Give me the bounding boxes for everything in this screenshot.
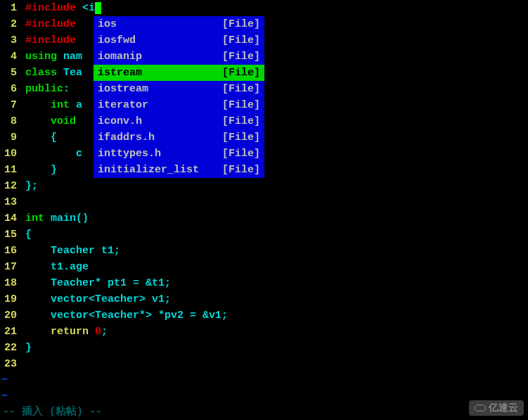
- line-number: 17: [0, 259, 20, 275]
- token-identifier: vector<Teacher*> *pv2 = &v1;: [51, 310, 228, 322]
- token-plain: [44, 212, 51, 224]
- code-content[interactable]: {: [20, 227, 32, 243]
- token-plain: [25, 293, 51, 305]
- completion-kind: [File]: [222, 129, 260, 146]
- line-number: 13: [0, 194, 20, 210]
- code-content[interactable]: }: [20, 162, 57, 178]
- line-number: 20: [0, 307, 20, 324]
- token-type: void: [51, 115, 76, 127]
- token-plain: :: [63, 83, 70, 95]
- token-plain: <i: [82, 2, 95, 14]
- code-content[interactable]: #include: [20, 16, 82, 32]
- code-line[interactable]: 17 t1.age: [0, 259, 528, 275]
- autocomplete-item[interactable]: ifaddrs.h[File]: [94, 129, 264, 146]
- token-type: int: [51, 99, 70, 111]
- cloud-icon: [475, 405, 486, 412]
- line-number: 15: [0, 227, 20, 243]
- autocomplete-popup[interactable]: ios[File]iosfwd[File]iomanip[File]istrea…: [94, 16, 264, 178]
- token-identifier: Tea: [63, 67, 82, 79]
- completion-name: iconv.h: [98, 113, 222, 129]
- code-content[interactable]: vector<Teacher*> *pv2 = &v1;: [20, 307, 228, 324]
- autocomplete-item[interactable]: iterator[File]: [94, 97, 264, 113]
- token-plain: [89, 326, 95, 338]
- line-number: 16: [0, 243, 20, 259]
- completion-name: iterator: [98, 97, 222, 113]
- code-content[interactable]: t1.age: [20, 259, 89, 275]
- code-content[interactable]: #include: [20, 32, 82, 49]
- code-content[interactable]: int a: [20, 97, 82, 113]
- token-plain: (): [76, 212, 89, 224]
- line-number: 11: [0, 162, 20, 178]
- code-content[interactable]: }: [20, 340, 32, 356]
- code-line[interactable]: 18 Teacher* pt1 = &t1;: [0, 275, 528, 291]
- token-preproc: #include: [25, 2, 82, 14]
- code-line[interactable]: 1#include <i: [0, 0, 528, 16]
- code-line[interactable]: 13: [0, 194, 528, 210]
- code-content[interactable]: vector<Teacher> v1;: [20, 291, 171, 307]
- empty-line-tilde: ~: [0, 372, 528, 388]
- line-number: 4: [0, 49, 20, 65]
- code-content[interactable]: class Tea: [20, 65, 82, 81]
- token-number: 0: [95, 326, 101, 338]
- token-plain: };: [25, 180, 38, 192]
- code-editor[interactable]: 1#include <i 2#include 3#include 4using …: [0, 0, 528, 420]
- code-content[interactable]: public:: [20, 81, 70, 97]
- completion-kind: [File]: [222, 146, 260, 162]
- line-number: 14: [0, 210, 20, 227]
- token-plain: {: [25, 132, 57, 144]
- token-preproc: #include: [25, 18, 82, 30]
- completion-name: istream: [98, 65, 222, 81]
- token-keyword: class: [25, 67, 63, 79]
- token-keyword: using: [25, 51, 63, 63]
- completion-kind: [File]: [222, 81, 260, 97]
- code-content[interactable]: [20, 194, 25, 210]
- token-plain: }: [25, 342, 32, 354]
- code-content[interactable]: void: [20, 113, 76, 129]
- code-line[interactable]: 20 vector<Teacher*> *pv2 = &v1;: [0, 307, 528, 324]
- code-line[interactable]: 19 vector<Teacher> v1;: [0, 291, 528, 307]
- token-identifier: nam: [63, 51, 82, 63]
- code-line[interactable]: 15{: [0, 227, 528, 243]
- code-line[interactable]: 23: [0, 356, 528, 372]
- token-plain: [70, 99, 76, 111]
- line-number: 3: [0, 32, 20, 49]
- line-number: 18: [0, 275, 20, 291]
- token-func: main: [51, 212, 76, 224]
- token-keyword: public: [25, 83, 63, 95]
- code-content[interactable]: Teacher t1;: [20, 243, 120, 259]
- code-line[interactable]: 16 Teacher t1;: [0, 243, 528, 259]
- code-line[interactable]: 14int main(): [0, 210, 528, 227]
- token-identifier: Teacher* pt1 = &t1;: [51, 277, 171, 289]
- token-plain: [25, 326, 51, 338]
- token-type: int: [25, 212, 44, 224]
- completion-name: iostream: [98, 81, 222, 97]
- autocomplete-item[interactable]: initializer_list[File]: [94, 162, 264, 178]
- code-content[interactable]: {: [20, 129, 57, 146]
- code-content[interactable]: };: [20, 178, 38, 194]
- code-content[interactable]: int main(): [20, 210, 89, 227]
- autocomplete-item[interactable]: inttypes.h[File]: [94, 146, 264, 162]
- code-content[interactable]: #include <i: [20, 0, 101, 16]
- code-content[interactable]: using nam: [20, 49, 82, 65]
- status-bar: -- 插入 (粘帖) --: [0, 404, 528, 420]
- autocomplete-item[interactable]: ios[File]: [94, 16, 264, 32]
- watermark-text: 亿速云: [489, 402, 518, 414]
- line-number: 5: [0, 65, 20, 81]
- autocomplete-item[interactable]: iosfwd[File]: [94, 32, 264, 49]
- code-content[interactable]: [20, 356, 25, 372]
- code-line[interactable]: 12};: [0, 178, 528, 194]
- autocomplete-item[interactable]: istream[File]: [94, 65, 264, 81]
- token-identifier: vector<Teacher> v1;: [51, 293, 171, 305]
- completion-kind: [File]: [222, 65, 260, 81]
- code-content[interactable]: return 0;: [20, 324, 108, 340]
- code-content[interactable]: Teacher* pt1 = &t1;: [20, 275, 171, 291]
- line-number: 9: [0, 129, 20, 146]
- completion-name: ifaddrs.h: [98, 129, 222, 146]
- code-line[interactable]: 22}: [0, 340, 528, 356]
- line-number: 12: [0, 178, 20, 194]
- code-line[interactable]: 21 return 0;: [0, 324, 528, 340]
- autocomplete-item[interactable]: iconv.h[File]: [94, 113, 264, 129]
- line-number: 2: [0, 16, 20, 32]
- autocomplete-item[interactable]: iostream[File]: [94, 81, 264, 97]
- autocomplete-item[interactable]: iomanip[File]: [94, 49, 264, 65]
